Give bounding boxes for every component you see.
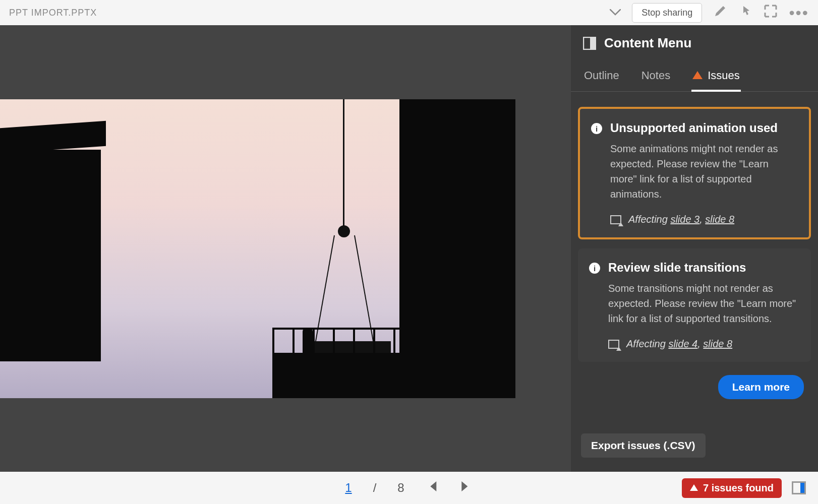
svg-rect-1 bbox=[590, 37, 596, 49]
slide-affected-icon bbox=[610, 215, 621, 224]
first-slide-button[interactable] bbox=[426, 480, 439, 496]
page-navigation: 1 / 8 bbox=[345, 480, 473, 496]
pen-icon[interactable] bbox=[713, 4, 727, 21]
stop-sharing-button[interactable]: Stop sharing bbox=[632, 3, 702, 23]
content-menu-panel: Content Menu Outline Notes Issues i Unsu… bbox=[571, 25, 818, 472]
slide-link[interactable]: slide 4 bbox=[668, 338, 697, 349]
tab-issues[interactable]: Issues bbox=[691, 63, 741, 91]
affecting-label: Affecting bbox=[628, 214, 668, 225]
file-title: PPT IMPORT.PPTX bbox=[9, 8, 97, 18]
warning-icon bbox=[690, 484, 698, 491]
issues-found-badge[interactable]: 7 issues found bbox=[682, 478, 782, 498]
issue-affecting: Affecting slide 4, slide 8 bbox=[608, 338, 800, 350]
issues-found-text: 7 issues found bbox=[703, 482, 774, 494]
export-issues-button[interactable]: Export issues (.CSV) bbox=[581, 433, 706, 458]
top-bar: PPT IMPORT.PPTX Stop sharing ••• bbox=[0, 0, 818, 25]
chevron-down-icon[interactable] bbox=[610, 7, 621, 19]
panel-tabs: Outline Notes Issues bbox=[571, 63, 818, 92]
issue-description: Some animations might not render as expe… bbox=[610, 141, 798, 202]
export-row: Export issues (.CSV) bbox=[571, 425, 818, 472]
fullscreen-icon[interactable] bbox=[764, 4, 778, 21]
tab-notes[interactable]: Notes bbox=[640, 63, 671, 91]
slide-preview bbox=[0, 99, 515, 398]
toggle-panel-button[interactable] bbox=[792, 481, 806, 494]
tab-outline[interactable]: Outline bbox=[583, 63, 620, 91]
tab-issues-label: Issues bbox=[708, 69, 740, 82]
total-pages: 8 bbox=[397, 481, 404, 495]
panel-header: Content Menu bbox=[571, 25, 818, 63]
current-page[interactable]: 1 bbox=[345, 481, 352, 495]
page-separator: / bbox=[373, 481, 377, 495]
slide-affected-icon bbox=[608, 340, 619, 349]
footer-right: 7 issues found bbox=[682, 478, 806, 498]
panel-layout-icon bbox=[583, 37, 596, 50]
header-actions: Stop sharing ••• bbox=[610, 3, 809, 23]
issue-card: i Review slide transitions Some transiti… bbox=[578, 248, 811, 362]
footer-bar: 1 / 8 7 issues found bbox=[0, 472, 818, 504]
slide-link[interactable]: slide 8 bbox=[703, 338, 732, 349]
learn-more-row: Learn more bbox=[578, 371, 811, 409]
panel-title: Content Menu bbox=[604, 35, 691, 51]
main-area: Content Menu Outline Notes Issues i Unsu… bbox=[0, 25, 818, 472]
slide-canvas-area bbox=[0, 25, 571, 472]
issue-affecting: Affecting slide 3, slide 8 bbox=[610, 214, 798, 225]
last-slide-button[interactable] bbox=[460, 480, 473, 496]
issues-list[interactable]: i Unsupported animation used Some animat… bbox=[571, 92, 818, 425]
issue-title: Review slide transitions bbox=[608, 261, 800, 275]
issue-title: Unsupported animation used bbox=[610, 121, 798, 135]
slide-link[interactable]: slide 8 bbox=[705, 214, 734, 225]
info-icon: i bbox=[591, 123, 602, 134]
pointer-icon[interactable] bbox=[738, 4, 752, 21]
issue-card: i Unsupported animation used Some animat… bbox=[578, 107, 811, 239]
warning-icon bbox=[692, 71, 703, 79]
learn-more-button[interactable]: Learn more bbox=[718, 375, 804, 399]
slide-link[interactable]: slide 3 bbox=[670, 214, 699, 225]
affecting-label: Affecting bbox=[626, 338, 666, 349]
info-icon: i bbox=[589, 263, 600, 274]
issue-description: Some transitions might not render as exp… bbox=[608, 281, 800, 326]
